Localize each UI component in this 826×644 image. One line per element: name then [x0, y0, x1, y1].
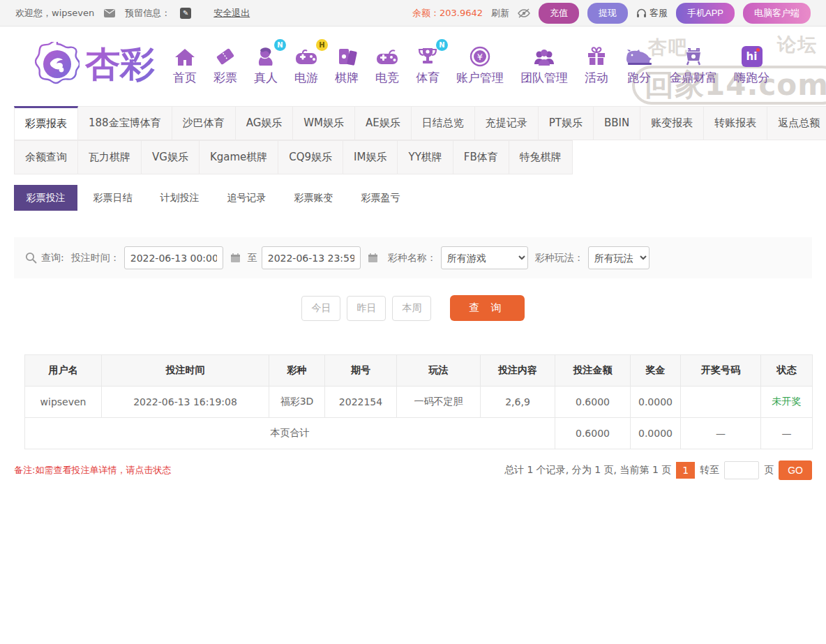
calendar-icon[interactable]	[230, 253, 241, 263]
col-draw-number: 开奖号码	[681, 355, 761, 387]
cell-draw-number	[681, 387, 761, 418]
pagination-summary: 总计 1 个记录, 分为 1 页, 当前第 1 页	[504, 464, 671, 477]
cell-play: 一码不定胆	[397, 387, 481, 418]
col-content: 投注内容	[481, 355, 555, 387]
subtab-chase-records[interactable]: 追号记录	[215, 185, 278, 211]
new-badge: N	[274, 39, 286, 51]
balance-value: 203.9642	[440, 8, 483, 18]
tab-deposit-withdraw-records[interactable]: 充提记录	[475, 106, 539, 140]
total-status: —	[761, 418, 813, 449]
tab-kgame[interactable]: Kgame棋牌	[200, 140, 278, 174]
logout-link[interactable]: 安全退出	[213, 7, 250, 20]
logo-text: 杏彩	[85, 41, 155, 88]
search-icon	[25, 252, 37, 264]
topbar: 欢迎您，wipseven 预留信息： ✎ 安全退出 余额：203.9642 刷新…	[0, 0, 826, 27]
subtab-lottery-profit[interactable]: 彩票盈亏	[349, 185, 412, 211]
site-logo[interactable]: 杏彩	[35, 41, 155, 88]
table-row: wipseven 2022-06-13 16:19:08 福彩3D 202215…	[25, 387, 813, 418]
calendar-icon[interactable]	[368, 253, 378, 263]
this-week-button[interactable]: 本周	[392, 296, 431, 321]
subtab-plan-bets[interactable]: 计划投注	[148, 185, 211, 211]
tab-pt[interactable]: PT娱乐	[539, 106, 594, 140]
current-page-badge[interactable]: 1	[676, 462, 695, 479]
nav-item-egames[interactable]: H 电游	[294, 43, 318, 86]
eye-off-icon[interactable]	[518, 8, 530, 18]
yesterday-button[interactable]: 昨日	[347, 296, 386, 321]
col-prize: 奖金	[631, 355, 681, 387]
recharge-button[interactable]: 充值	[539, 3, 579, 24]
nav-item-jinding[interactable]: 金鼎财富	[670, 43, 717, 86]
play-type-select[interactable]: 所有玩法	[588, 246, 649, 269]
lottery-subtabs: 彩票投注 彩票日结 计划投注 追号记录 彩票账变 彩票盈亏	[14, 185, 812, 211]
cell-amount: 0.6000	[555, 387, 631, 418]
nav-item-hipaofen[interactable]: hi 嗨跑分	[734, 43, 769, 86]
today-button[interactable]: 今日	[301, 296, 340, 321]
date-to-input[interactable]	[262, 246, 361, 269]
lottery-name-select[interactable]: 所有游戏	[441, 246, 528, 269]
tab-wali[interactable]: 瓦力棋牌	[78, 140, 142, 174]
query-button[interactable]: 查 询	[450, 295, 524, 321]
subtab-lottery-bets[interactable]: 彩票投注	[14, 185, 77, 211]
tab-188-sports[interactable]: 188金宝博体育	[78, 106, 172, 140]
tab-ae[interactable]: AE娱乐	[355, 106, 412, 140]
tab-rebate-total[interactable]: 返点总额	[767, 106, 826, 140]
tab-balance-query[interactable]: 余额查询	[14, 140, 78, 174]
tab-cq9[interactable]: CQ9娱乐	[278, 140, 343, 174]
goto-page-input[interactable]	[724, 461, 759, 479]
pc-client-button[interactable]: 电脑客户端	[743, 3, 811, 24]
main-nav: 首页 彩票 N 真人 H 电游 棋牌	[173, 43, 769, 86]
tab-bbin[interactable]: BBIN	[594, 106, 640, 140]
tab-tetu[interactable]: 特兔棋牌	[509, 140, 573, 174]
note-text: 备注:如需查看投注单详情，请点击状态	[14, 464, 171, 477]
tab-saba-sports[interactable]: 沙巴体育	[172, 106, 236, 140]
report-tabs: 彩票报表 188金宝博体育 沙巴体育 AG娱乐 WM娱乐 AE娱乐 日结总览 充…	[14, 106, 812, 174]
nav-item-team[interactable]: 团队管理	[520, 43, 568, 86]
tab-transfer-report[interactable]: 转账报表	[704, 106, 767, 140]
table-total-row: 本页合计 0.6000 0.0000 — —	[25, 418, 813, 449]
welcome-text: 欢迎您，wipseven	[15, 7, 94, 20]
nav-item-paofen[interactable]: 跑分	[625, 43, 653, 86]
total-prize: 0.0000	[631, 418, 681, 449]
nav-item-promo[interactable]: 活动	[585, 43, 608, 86]
tab-yy[interactable]: YY棋牌	[398, 140, 453, 174]
nav-item-sports[interactable]: N 体育	[416, 43, 440, 86]
refresh-link[interactable]: 刷新	[491, 7, 509, 20]
envelope-icon[interactable]	[104, 9, 115, 17]
nav-item-account[interactable]: ¥ 账户管理	[456, 43, 504, 86]
new-badge: N	[436, 39, 448, 51]
tab-im[interactable]: IM娱乐	[343, 140, 398, 174]
tab-account-change-report[interactable]: 账变报表	[640, 106, 704, 140]
mobile-app-button[interactable]: 手机APP	[676, 3, 735, 24]
nav-item-boardgames[interactable]: 棋牌	[335, 43, 359, 86]
status-link[interactable]: 未开奖	[761, 387, 813, 418]
tripod-icon	[683, 43, 704, 67]
nav-item-live[interactable]: N 真人	[254, 43, 278, 86]
action-row: 今日 昨日 本周 查 询	[0, 295, 826, 321]
withdraw-button[interactable]: 提现	[587, 3, 628, 24]
tab-fb-sports[interactable]: FB体育	[453, 140, 509, 174]
subtab-lottery-daily[interactable]: 彩票日结	[81, 185, 144, 211]
subtab-lottery-account-change[interactable]: 彩票账变	[282, 185, 345, 211]
nav-item-lottery[interactable]: 彩票	[213, 43, 237, 86]
tab-wm[interactable]: WM娱乐	[293, 106, 355, 140]
nav-item-esports[interactable]: 电竞	[375, 43, 399, 86]
date-from-input[interactable]	[124, 246, 223, 269]
cell-lottery: 福彩3D	[269, 387, 325, 418]
tab-lottery-report[interactable]: 彩票报表	[14, 106, 78, 140]
hot-badge: H	[316, 39, 328, 51]
home-icon	[174, 43, 196, 67]
nav-item-home[interactable]: 首页	[173, 43, 197, 86]
customer-service-link[interactable]: 客服	[636, 7, 668, 20]
cell-bet-time: 2022-06-13 16:19:08	[102, 387, 269, 418]
edit-pencil-icon[interactable]: ✎	[180, 8, 191, 19]
logo-flower-icon	[35, 42, 80, 87]
reserved-info-label: 预留信息：	[125, 7, 170, 20]
headset-icon	[636, 8, 647, 18]
bet-time-label: 投注时间：	[71, 252, 120, 264]
goto-label: 转至	[700, 464, 719, 477]
tab-vg[interactable]: VG娱乐	[142, 140, 200, 174]
tab-daily-summary[interactable]: 日结总览	[412, 106, 475, 140]
go-button[interactable]: GO	[779, 460, 812, 480]
cell-content: 2,6,9	[481, 387, 555, 418]
tab-ag[interactable]: AG娱乐	[236, 106, 294, 140]
